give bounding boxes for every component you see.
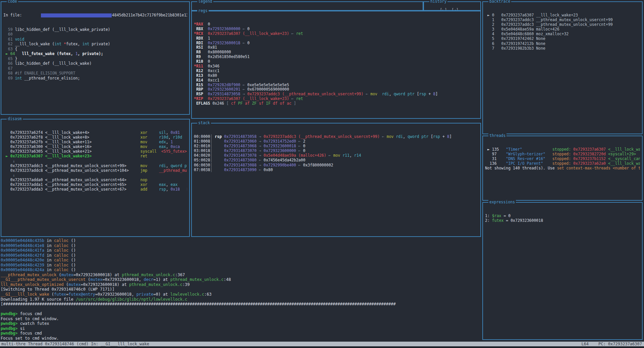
register-row: R15 0x729282d8f900 ← 0xe5e5e5e5e5e5e5e5 [194,83,478,88]
console-line: 0x00005e04d48c435b in calloc () [1,238,480,243]
console-line: Downloading 1.97 K source file /usr/src/… [1,297,480,302]
register-row: R10 0 [194,59,478,64]
history-panel: history [←] [→] [423,1,481,11]
expression-row: 1: $rax = 0 [485,213,640,218]
stack-list: 00:0000│ rsp 0x729314873058 → 0x7293237a… [194,134,478,172]
pwndbg-terminal: code In file: 4845db211e7b42c7176f9be21b… [0,0,644,348]
history-forward-button[interactable]: [→] [451,8,459,10]
disasm-line: ↓ [3,173,187,178]
console-line: Focus set to cmd window. [1,336,480,341]
console-line: 0x00005e04d48c420e in calloc () [1,258,480,263]
stack-row: 07:0038│ 0x729314873090 ← 0x80 [194,167,478,172]
expressions-panel: expressions 1: $rax = 02: futex = 0x7293… [482,202,643,340]
register-row: RSI 0x81 [194,45,478,50]
source-code-line: 62 __lll_lock_wake (int *futex, int priv… [3,42,187,47]
bottom-strip [0,346,644,348]
registers-panel: regs *RAX 0 RBX 0x729323600000 ← 0*RCX 0… [191,11,481,119]
register-row: R8 0x80008000 [194,50,478,55]
console-line: 0x00005e04d48c42fd in calloc () [1,253,480,258]
threads-panel: threads ► 135 "Timer" stopped: 0x7293237… [482,136,643,201]
source-code-line: 69 int __pthread_force_elision; [3,76,187,81]
stack-row: 03:0018│ 0x729314873070 → 0x729323600000… [194,148,478,153]
disasm-line: 0x7293237adda0 <__pthread_mutex_unlock_u… [3,178,187,182]
stack-row: 04:0020│ 0x729314873078 → 0x5e04d48ae59a… [194,153,478,158]
tui-status-bar: multi-thre Thread 0x7293148746 (cmd) In:… [0,342,644,346]
source-code-line: 68 #if ENABLE_ELISION_SUPPORT [3,71,187,76]
stack-row: 02:0010│ 0x729314873068 → 0x729323600018… [194,144,478,148]
console-line: pwndbg> focus cmd [1,311,480,316]
register-row: *RAX 0 [194,22,478,27]
console-line: Focus set to cmd window. [1,316,480,321]
source-code-line: 60 [3,32,187,37]
stack-row: 05:0028│ 0x729314873080 ← 0x7456e45da42b… [194,158,478,162]
status-thread-info: multi-thre Thread 0x7293148746 (cmd) In:… [1,342,149,346]
console-line: pwndbg> [1,341,480,341]
expression-row: 2: futex = 0x729323600018 [485,218,640,223]
backtrace-frame: 3 0x5e04d48ae59a malloc+426 [485,27,640,32]
source-file-row: In file: 4845db211e7b42c7176f9be21b8301e… [3,13,187,18]
thread-row: 97 "WrGlyph~terizer" stopped: 0x72932382… [485,152,640,156]
disasm-line: ↓ [3,159,187,163]
register-row: R14 0xcc1 [194,78,478,83]
console-line: 0x00005e04d48c41fa in calloc () [1,248,480,253]
stack-row: 01:0008│ 0x729314873060 → 0x729314752ed0… [194,139,478,144]
thread-row: Not showing 140 thread(s). Use set conte… [485,166,640,170]
console-line: [Switching to Thread 0x7293148746c0 (LWP… [1,287,480,292]
gdb-console-output[interactable]: 0x00005e04d48c435b in calloc ()0x00005e0… [1,238,480,341]
console-line: __GI___lll_lock_wake (futex=futex@entry=… [1,292,480,297]
status-line-pc-info: L64 PC: 0x7293237a6307 [581,342,642,346]
console-line: 0x00005e04d48c41e8 in calloc () [1,243,480,248]
disasm-line: 0x7293237a62f8 <__lll_lock_wake+8> xor r… [3,135,187,140]
disasm-line: 0x7293237addc3 <__pthread_mutex_unlock_u… [3,163,187,168]
backtrace-list: ► 0 0x7293237a6307 __lll_lock_wake+23 1 … [485,13,640,51]
register-row: RBP 0x729323600201 ← 0x6700000569000000 [194,87,478,92]
backtrace-frame: 2 0x7293237addc3 __pthread_mutex_unlock_… [485,22,640,27]
source-code-listing: 59 libc_hidden_def (__lll_lock_wake_priv… [3,27,187,81]
backtrace-frame: ► 0 0x7293237a6307 __lll_lock_wake+23 [485,13,640,17]
disasm-line: 0x7293237a6300 <__lll_lock_wake+16> mov … [3,144,187,149]
redacted-filename-block [41,13,112,17]
console-line: pwndbg> si [1,326,480,331]
source-code-line: 61 void [3,37,187,42]
disasm-line: ► 0x7293237a6307 <__lll_lock_wake+23> re… [3,154,187,158]
disasm-line: 0x7293237a62fb <__lll_lock_wake+11> mov … [3,140,187,144]
backtrace-frame: 6 0x72931974212b None [485,41,640,46]
disasm-listing: 0x7293237a62f4 <__lll_lock_wake+4> xor s… [3,130,187,192]
disasm-line: 0x7293237adda1 <__pthread_mutex_unlock_u… [3,182,187,187]
console-line: ___pthread_mutex_unlock (mutex=0x7293236… [1,272,480,278]
source-code-line: 66 libc_hidden_def (__lll_lock_wake) [3,61,187,66]
thread-row: 31 "DNS Res~ver #16" stopped: 0x7293237b… [485,156,640,161]
register-row: R9 0x2d561850ed580e51 [194,55,478,59]
register-row: RDI 0x729323600018 ← 0 [194,41,478,46]
thread-row: 136 "IPC I/O Parent" stopped: 0x7293237a… [485,161,640,166]
code-panel: code In file: 4845db211e7b42c7176f9be21b… [1,1,190,115]
disasm-line: 0x7293237adda3 <__pthread_mutex_unlock_u… [3,187,187,192]
stack-panel: stack 00:0000│ rsp 0x729314873058 → 0x72… [191,123,481,237]
disasm-line: 0x7293237addc8 <__pthread_mutex_unlock_u… [3,168,187,173]
console-line: pwndbg> cwatch futex [1,321,480,326]
register-row: *RIP 0x7293237a6307 (__lll_lock_wake+23)… [194,97,478,101]
source-code-line: 63 { [3,47,187,52]
register-row: RDX 1 [194,36,478,41]
history-back-button[interactable]: [←] [440,8,447,10]
disasm-panel: disasm 0x7293237a62f4 <__lll_lock_wake+4… [1,119,190,237]
backtrace-frame: 5 0x729319742462 None [485,36,640,41]
console-line: pwndbg> focus cmd [1,331,480,336]
register-row: R12 0xcc1 [194,69,478,73]
console-line: [#######################################… [1,302,480,307]
register-row: RBX 0x729323600000 ← 0 [194,27,478,32]
backtrace-frame: 4 0x5e04d48c6860 moz_xmalloc+32 [485,32,640,36]
console-lines: 0x00005e04d48c435b in calloc ()0x00005e0… [1,238,480,341]
file-hash: 4845db211e7b42c7176f9be21b8301e13e [112,13,187,17]
source-code-line: 67 [3,66,187,71]
register-row: *RCX 0x7293237a6307 (__lll_lock_wake+23)… [194,32,478,36]
register-row: RSP 0x729314873058 → 0x7293237addc3 (__p… [194,92,478,97]
backtrace-frame: 7 0x72931982b3b3 None [485,46,640,51]
console-line: 0x00005e04d48c4239 in calloc () [1,263,480,268]
register-row: R13 0x80 [194,73,478,78]
console-line [1,307,480,312]
disasm-line: 0x7293237a6305 <__lll_lock_wake+21> sysc… [3,149,187,154]
register-row: EFLAGS 0x246 [ cf PF af ZF sf IF df of a… [194,101,478,106]
in-file-label: In file: [3,13,24,17]
legend-panel: legend LEGEND: STACK | HEAP | CODE | DAT… [191,1,423,11]
